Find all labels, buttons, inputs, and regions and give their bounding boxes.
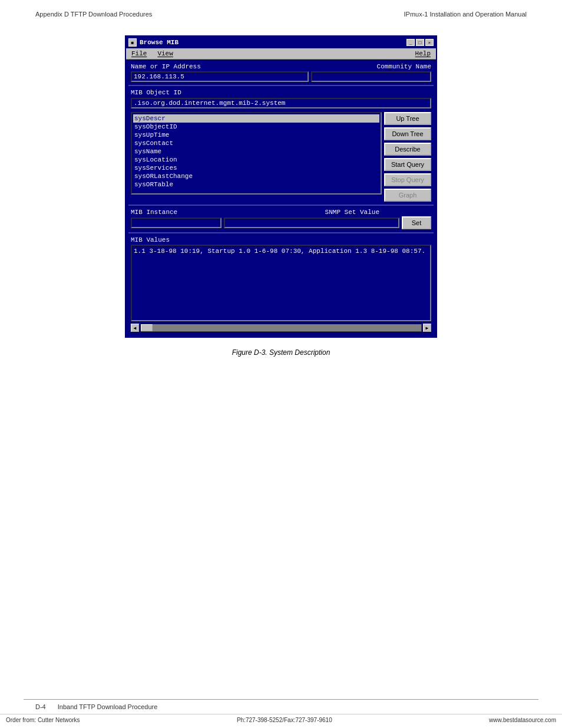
button-panel: Up Tree Down Tree Describe Start Query S… <box>384 112 431 202</box>
down-tree-button[interactable]: Down Tree <box>384 127 431 140</box>
instance-row: MIB Instance SNMP Set Value Set <box>128 207 434 230</box>
window-title: Browse MIB <box>140 39 178 46</box>
menu-view[interactable]: View <box>156 50 174 58</box>
menu-left: File View <box>130 50 175 58</box>
window-icon: ■ <box>128 38 137 47</box>
instance-inputs: Set <box>131 216 431 229</box>
browse-mib-window: ■ Browse MIB _ □ × File View Help Name o… <box>125 35 437 338</box>
page-footer: D-4 Inband TFTP Download Procedure Order… <box>0 699 562 728</box>
mib-values-box[interactable]: 1.1 3-18-98 10:19, Startup 1.0 1-6-98 07… <box>131 245 431 321</box>
menu-bar: File View Help <box>126 48 436 60</box>
scrollbar-thumb[interactable] <box>141 324 153 331</box>
footer-section-number: D-4 <box>35 703 46 710</box>
header-right: IPmux-1 Installation and Operation Manua… <box>404 11 527 18</box>
list-item[interactable]: sysContact <box>133 139 379 147</box>
up-tree-button[interactable]: Up Tree <box>384 112 431 125</box>
close-button[interactable]: × <box>425 39 434 46</box>
list-item[interactable]: sysLocation <box>133 156 379 164</box>
divider-2 <box>128 205 434 206</box>
mib-instance-label: MIB Instance <box>131 209 177 216</box>
name-ip-label: Name or IP Address <box>131 63 201 70</box>
footer-center: Ph:727-398-5252/Fax:727-397-9610 <box>237 717 332 723</box>
stop-query-button[interactable]: Stop Query <box>384 173 431 186</box>
title-controls: _ □ × <box>406 39 434 46</box>
scrollbar-row: ◀ ▶ <box>128 322 434 334</box>
maximize-button[interactable]: □ <box>416 39 424 46</box>
divider-1 <box>128 85 434 86</box>
title-bar-left: ■ Browse MIB <box>128 38 178 47</box>
footer-left: Order from: Cutter Networks <box>6 717 80 723</box>
scroll-right-arrow[interactable]: ▶ <box>423 324 431 332</box>
list-item[interactable]: sysDescr <box>133 114 379 123</box>
page-header: Appendix D TFTP Download Procedures IPmu… <box>0 0 562 24</box>
list-item[interactable]: sysORLastChange <box>133 172 379 180</box>
community-input[interactable] <box>311 71 431 82</box>
ip-address-input[interactable] <box>131 71 309 82</box>
footer-right: www.bestdatasource.com <box>489 717 556 723</box>
scroll-left-arrow[interactable]: ◀ <box>131 324 139 332</box>
instance-labels: MIB Instance SNMP Set Value <box>131 209 431 216</box>
mib-oid-input[interactable] <box>131 98 431 108</box>
list-item[interactable]: sysORTable <box>133 180 379 189</box>
main-content: ■ Browse MIB _ □ × File View Help Name o… <box>0 24 562 338</box>
figure-caption: Figure D-3. System Description <box>0 348 562 357</box>
start-query-button[interactable]: Start Query <box>384 158 431 171</box>
graph-button[interactable]: Graph <box>384 189 431 202</box>
window-body: Name or IP Address Community Name MIB Ob… <box>126 60 436 337</box>
minimize-button[interactable]: _ <box>406 39 415 46</box>
mib-oid-label: MIB Object ID <box>131 89 181 96</box>
menu-file[interactable]: File <box>130 50 148 58</box>
list-item[interactable]: sysServices <box>133 164 379 172</box>
header-left: Appendix D TFTP Download Procedures <box>35 11 152 18</box>
mib-oid-label-row: MIB Object ID <box>128 88 434 97</box>
mib-values-section: MIB Values 1.1 3-18-98 10:19, Startup 1.… <box>128 235 434 322</box>
mib-values-text: 1.1 3-18-98 10:19, Startup 1.0 1-6-98 07… <box>134 248 425 255</box>
mib-oid-input-wrap <box>128 98 434 111</box>
scrollbar-track[interactable] <box>140 324 422 332</box>
snmp-set-label: SNMP Set Value <box>325 209 379 216</box>
describe-button[interactable]: Describe <box>384 143 431 156</box>
list-item[interactable]: sysObjectID <box>133 123 379 131</box>
community-label: Community Name <box>377 63 431 70</box>
divider-3 <box>128 232 434 233</box>
title-bar: ■ Browse MIB _ □ × <box>126 37 436 48</box>
footer-section-text: Inband TFTP Download Procedure <box>58 703 158 710</box>
snmp-set-input[interactable] <box>224 218 399 228</box>
mib-values-label: MIB Values <box>131 236 431 243</box>
mib-list[interactable]: sysDescrsysObjectIDsysUpTimesysContactsy… <box>131 112 382 195</box>
mib-list-wrap: sysDescrsysObjectIDsysUpTimesysContactsy… <box>131 112 382 202</box>
name-community-inputs <box>128 71 434 83</box>
footer-section-label: D-4 Inband TFTP Download Procedure <box>0 700 562 714</box>
menu-help[interactable]: Help <box>414 50 432 58</box>
main-panel: sysDescrsysObjectIDsysUpTimesysContactsy… <box>128 111 434 203</box>
footer-bottom: Order from: Cutter Networks Ph:727-398-5… <box>0 714 562 728</box>
mib-instance-input[interactable] <box>131 218 222 228</box>
name-community-labels: Name or IP Address Community Name <box>128 62 434 71</box>
list-item[interactable]: sysUpTime <box>133 131 379 139</box>
list-item[interactable]: sysName <box>133 147 379 156</box>
set-button[interactable]: Set <box>402 216 431 229</box>
